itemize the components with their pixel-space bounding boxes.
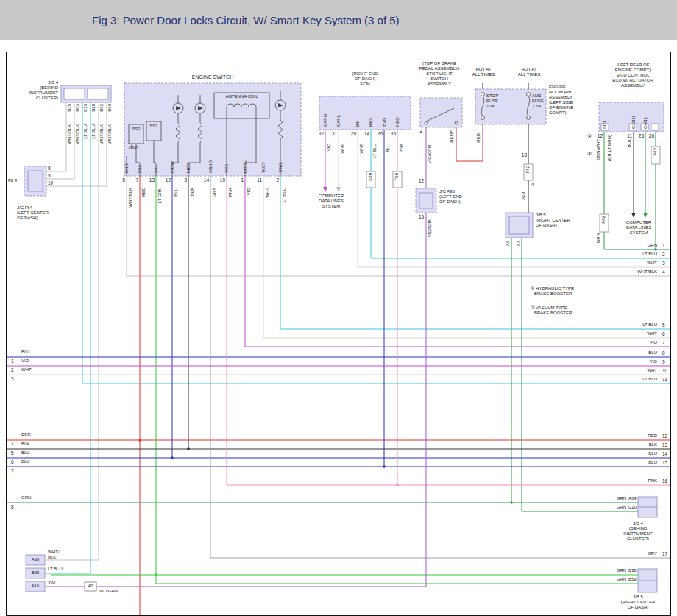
ecm-pin-num: 14 — [361, 131, 369, 136]
engine-wire-label: BLU — [174, 188, 179, 197]
engine-pin: SWIL — [278, 162, 283, 173]
engine-pin: CODE — [243, 160, 248, 173]
skid-pin: CANL — [643, 117, 648, 129]
ecm-pin: B36 — [382, 118, 387, 127]
right-jb4-label: J/B 4 (BEHIND INSTRUMENT CLUSTER) — [617, 521, 659, 542]
right-stub-label: WHT — [609, 261, 657, 266]
ecm-wire-label: WHT — [359, 144, 364, 154]
ecm-pin: IMI — [355, 121, 361, 127]
ecm-pin-num: 32 — [316, 131, 324, 136]
jc-f64-label: J/C F64 (LEFT CENTER OF DASH) — [17, 205, 49, 221]
skid-pin-num: 25 — [636, 133, 644, 138]
jb4-pin: C16 — [83, 104, 88, 112]
right-stub-label: LT BLU — [609, 322, 657, 328]
left-stub-num: 6 — [11, 459, 14, 464]
engine-pin-num: 11 — [254, 177, 262, 183]
connector-tags — [85, 146, 660, 591]
skid-ecu-label: (LEFT REAR OF ENGINE COMPT) SKID CONTROL… — [600, 63, 666, 88]
wires-wht — [7, 130, 670, 375]
ecm-wire-label: BLU — [386, 144, 391, 152]
ecm-label: (RIGHT END OF DASH) ECM — [328, 71, 402, 87]
engine-pin: VC5 — [224, 164, 230, 173]
right-jb4-wire2: GRN — [603, 505, 626, 510]
vio-grn-bottom-label: VIO/GRN — [99, 589, 118, 594]
conn-b25-wire: LT BLU — [48, 567, 63, 572]
right-stub-num: 3 — [662, 261, 665, 266]
right-stub-num: 17 — [662, 551, 667, 556]
diagram-canvas — [7, 52, 670, 615]
right-stub-label: GRN — [609, 243, 657, 248]
a36-num-top: 12 — [419, 178, 424, 183]
stop-wire-b-label: RED — [450, 133, 455, 143]
ecm-pin: CANH — [323, 114, 328, 127]
num-4: 4 — [531, 182, 534, 187]
engine-pin-num: 12 — [163, 177, 171, 183]
ecm-pin: CANL — [336, 115, 341, 127]
right-stub-label: BLU — [609, 350, 657, 355]
f64-pin: 9 — [48, 173, 51, 178]
skid-pin-num: 26 — [646, 133, 654, 138]
jb4-pin: B69 — [107, 104, 113, 112]
left-stub-num: 4 — [11, 442, 14, 447]
left-stub-label: BLK — [21, 442, 29, 447]
engine-switch-title: ENGINE SWITCH — [154, 74, 272, 80]
jb4-pin: B62 — [99, 104, 104, 112]
arrow-down — [336, 187, 341, 192]
tag-fa2: FA2 — [601, 216, 606, 224]
engine-wire-label: WHT — [265, 188, 270, 198]
right-stub-label: RED — [609, 433, 657, 439]
jb4-wire-label: LT BLU — [91, 124, 96, 139]
skid-pin-num: 12 — [595, 133, 603, 138]
arrow-down — [643, 213, 648, 218]
ecm-pin-num: 31 — [329, 131, 337, 136]
engine-pin: SS1 — [154, 165, 159, 173]
skid-pin: SP1 — [602, 121, 607, 129]
jb4-wire-label: WHT/BLK — [99, 124, 104, 144]
left-stub-label: BLU — [21, 450, 30, 456]
engine-room-rb-label: ENGINE ROOM R/B ASSEMBLY (LEFT SIDE OF E… — [549, 85, 573, 116]
engine-pin: AGND — [208, 160, 213, 173]
system-arrows — [323, 187, 648, 218]
engine-pin: GND — [124, 163, 130, 173]
right-stub-label: BLU — [609, 451, 657, 456]
am2-fuse-label: AM2 FUSE 7.5A — [532, 93, 544, 109]
hot-at-all-times-2: HOT AT ALL TIMES — [513, 67, 545, 77]
skid-wire-grn-label: GRN — [596, 233, 601, 243]
left-stub-label: BLU — [21, 459, 30, 464]
conn-b25-code: B25 — [26, 570, 45, 576]
ecm-wire-label: LT BLU — [372, 144, 378, 158]
hot-at-all-times-1: HOT AT ALL TIMES — [467, 67, 500, 77]
right-stub-num: 8 — [662, 350, 665, 355]
right-stub-num: 16 — [662, 478, 667, 484]
left-stub-num: 8 — [11, 504, 14, 509]
right-stub-label: WHT — [609, 368, 657, 373]
engine-pin-num: 13 — [146, 177, 155, 183]
jb5-label: J/B 5 (RIGHT CENTER OF DASH) — [536, 213, 570, 228]
right-stub-label: GRY — [609, 551, 657, 556]
right-jb5-label: J/B 5 (RIGHT CENTER OF DASH) — [616, 595, 660, 610]
ecm-wire-label: VIO — [327, 144, 332, 151]
right-jb5-wire1: GRN — [603, 568, 626, 573]
ecm-pin-num: 35 — [388, 131, 396, 136]
wires-gry — [210, 176, 670, 558]
note-vacuum: ② VACUUM TYPE BRAKE BOOSTER — [531, 305, 572, 316]
ecm-pin: IMO — [369, 118, 374, 127]
f64-pin: 10 — [48, 180, 53, 185]
stop-wire-a-label: VIO/GRN — [428, 145, 433, 163]
engine-wire-label: LT GRN — [157, 188, 163, 203]
skid-wire-sp1-label: GRN/WHT — [596, 139, 601, 160]
ss1-label: SS1 — [146, 124, 161, 129]
right-stub-label: BLU — [609, 460, 657, 465]
page: { "header":{"title":"Fig 3: Power Door L… — [0, 0, 677, 616]
left-stub-num: 2 — [11, 367, 14, 372]
right-jb5-pin1: B35 — [628, 568, 637, 573]
left-stub-label: VIO — [21, 358, 29, 364]
right-stub-label: BLK — [609, 442, 657, 447]
a36-num-bottom: 15 — [419, 214, 424, 219]
engine-pin-num: 1 — [235, 177, 244, 183]
conn-40-code: 40 — [85, 584, 96, 589]
right-jb5-wire2: GRN — [603, 577, 626, 582]
ecm-wire-label: PNK — [399, 144, 404, 152]
right-stub-num: 1 — [662, 243, 665, 248]
engine-wire-label: LT BLU — [282, 188, 287, 202]
